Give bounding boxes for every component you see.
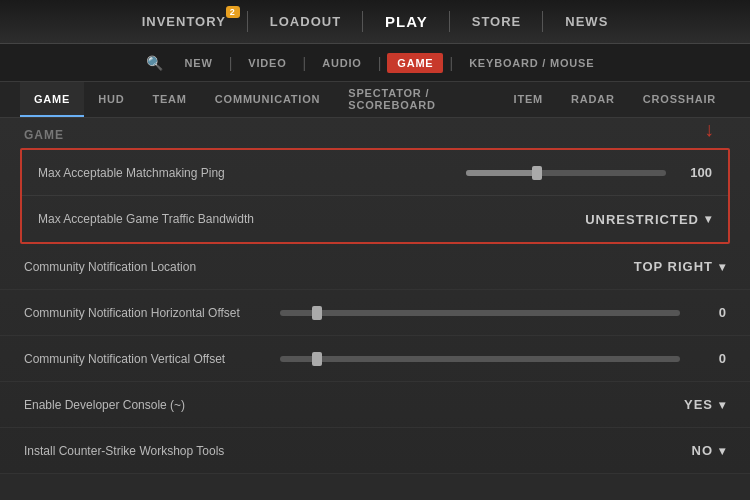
workshop-tools-dropdown[interactable]: NO ▾: [692, 443, 727, 458]
notification-location-label: Community Notification Location: [24, 260, 634, 274]
divider: |: [229, 55, 233, 71]
vert-offset-value: 0: [690, 351, 726, 366]
chevron-down-icon: ▾: [719, 260, 726, 274]
red-arrow-indicator: ↓: [704, 118, 714, 141]
sub-tab-team[interactable]: TEAM: [138, 82, 200, 117]
chevron-down-icon: ▾: [719, 398, 726, 412]
nav-news-label: NEWS: [565, 14, 608, 29]
slider-thumb[interactable]: [532, 166, 542, 180]
setting-row-matchmaking-ping: Max Acceptable Matchmaking Ping 100: [22, 150, 728, 196]
nav-play-label: PLAY: [385, 13, 428, 30]
divider: |: [378, 55, 382, 71]
vert-offset-label: Community Notification Vertical Offset: [24, 352, 280, 366]
nav-loadout[interactable]: LOADOUT: [248, 0, 363, 43]
notification-location-value: TOP RIGHT: [634, 259, 713, 274]
horiz-offset-value: 0: [690, 305, 726, 320]
setting-row-dev-console: Enable Developer Console (~) YES ▾: [0, 382, 750, 428]
nav-store[interactable]: STORE: [450, 0, 544, 43]
notification-location-dropdown[interactable]: TOP RIGHT ▾: [634, 259, 726, 274]
slider-track: [280, 310, 680, 316]
divider: |: [449, 55, 453, 71]
slider-thumb[interactable]: [312, 352, 322, 366]
dev-console-dropdown[interactable]: YES ▾: [684, 397, 726, 412]
search-icon[interactable]: 🔍: [146, 55, 163, 71]
settings-tab-audio[interactable]: AUDIO: [312, 53, 371, 73]
bandwidth-dropdown[interactable]: UNRESTRICTED ▾: [585, 212, 712, 227]
settings-navigation: 🔍 NEW | VIDEO | AUDIO | GAME | KEYBOARD …: [0, 44, 750, 82]
settings-tab-game[interactable]: GAME: [387, 53, 443, 73]
nav-store-label: STORE: [472, 14, 522, 29]
settings-tab-keyboard[interactable]: KEYBOARD / MOUSE: [459, 53, 604, 73]
matchmaking-ping-label: Max Acceptable Matchmaking Ping: [38, 166, 466, 180]
sub-tab-communication[interactable]: COMMUNICATION: [201, 82, 335, 117]
matchmaking-ping-slider[interactable]: 100: [466, 165, 712, 180]
sub-tab-game[interactable]: GAME: [20, 82, 84, 117]
sub-tab-item[interactable]: ITEM: [500, 82, 557, 117]
vert-offset-slider[interactable]: 0: [280, 351, 726, 366]
sub-tab-radar[interactable]: RADAR: [557, 82, 629, 117]
content-area: ↓ Game Max Acceptable Matchmaking Ping 1…: [0, 118, 750, 474]
settings-tab-new[interactable]: NEW: [175, 53, 223, 73]
nav-inventory[interactable]: INVENTORY 2: [120, 0, 248, 43]
horiz-offset-slider[interactable]: 0: [280, 305, 726, 320]
inventory-badge: 2: [226, 6, 240, 18]
workshop-tools-label: Install Counter-Strike Workshop Tools: [24, 444, 692, 458]
sub-tab-hud[interactable]: HUD: [84, 82, 138, 117]
sub-tab-crosshair[interactable]: CROSSHAIR: [629, 82, 730, 117]
chevron-down-icon: ▾: [719, 444, 726, 458]
nav-inventory-label: INVENTORY: [142, 14, 226, 29]
slider-track: [466, 170, 666, 176]
nav-play[interactable]: PLAY: [363, 0, 450, 43]
slider-fill: [466, 170, 536, 176]
setting-row-notification-location: Community Notification Location TOP RIGH…: [0, 244, 750, 290]
nav-loadout-label: LOADOUT: [270, 14, 341, 29]
highlighted-settings-box: Max Acceptable Matchmaking Ping 100 Max …: [20, 148, 730, 244]
slider-track: [280, 356, 680, 362]
setting-row-workshop-tools: Install Counter-Strike Workshop Tools NO…: [0, 428, 750, 474]
top-navigation: INVENTORY 2 LOADOUT PLAY STORE NEWS: [0, 0, 750, 44]
nav-news[interactable]: NEWS: [543, 0, 630, 43]
section-label: Game: [0, 118, 750, 148]
matchmaking-ping-value: 100: [676, 165, 712, 180]
chevron-down-icon: ▾: [705, 212, 712, 226]
setting-row-horiz-offset: Community Notification Horizontal Offset…: [0, 290, 750, 336]
bandwidth-label: Max Acceptable Game Traffic Bandwidth: [38, 212, 585, 226]
slider-thumb[interactable]: [312, 306, 322, 320]
horiz-offset-label: Community Notification Horizontal Offset: [24, 306, 280, 320]
sub-tab-spectator[interactable]: SPECTATOR / SCOREBOARD: [334, 82, 499, 117]
bandwidth-value: UNRESTRICTED: [585, 212, 699, 227]
setting-row-bandwidth: Max Acceptable Game Traffic Bandwidth UN…: [22, 196, 728, 242]
setting-row-vert-offset: Community Notification Vertical Offset 0: [0, 336, 750, 382]
workshop-tools-value: NO: [692, 443, 714, 458]
settings-tab-video[interactable]: VIDEO: [238, 53, 296, 73]
dev-console-value: YES: [684, 397, 713, 412]
dev-console-label: Enable Developer Console (~): [24, 398, 684, 412]
sub-navigation: GAME HUD TEAM COMMUNICATION SPECTATOR / …: [0, 82, 750, 118]
divider: |: [303, 55, 307, 71]
